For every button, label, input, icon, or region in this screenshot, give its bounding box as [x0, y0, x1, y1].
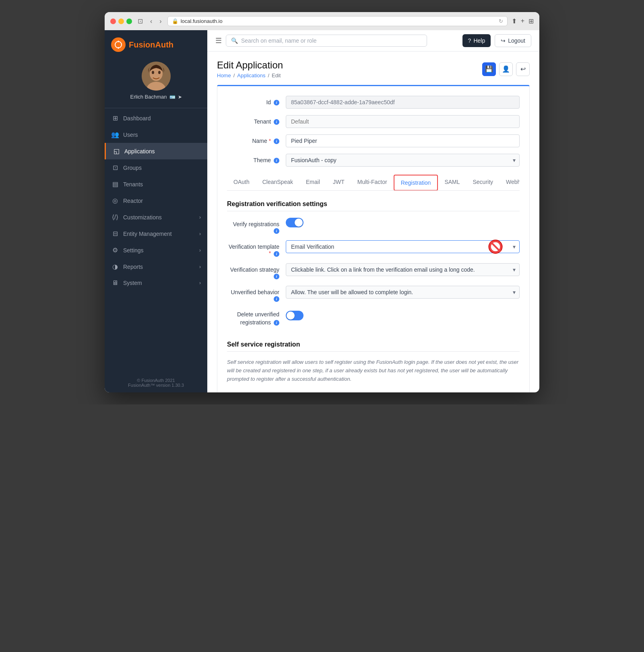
name-info-icon[interactable]: i — [274, 138, 279, 144]
chevron-right-icon: › — [199, 280, 201, 286]
customizations-icon: ⟨/⟩ — [111, 213, 119, 221]
verification-strategy-label: Verification strategy i — [227, 263, 279, 279]
minimize-button[interactable] — [118, 19, 124, 24]
menu-icon[interactable]: ☰ — [215, 36, 222, 45]
verification-template-select[interactable]: Email Verification Custom Template — [286, 240, 520, 253]
sidebar-item-label: Users — [123, 132, 138, 138]
sidebar-item-customizations[interactable]: ⟨/⟩ Customizations › — [105, 209, 207, 225]
theme-field-row: Theme i FusionAuth - copy Default Custom… — [227, 154, 520, 167]
name-input[interactable] — [286, 134, 520, 147]
breadcrumb-sep-2: / — [268, 72, 269, 78]
toggle-knob — [295, 219, 303, 227]
verify-toggle-switch[interactable] — [286, 218, 303, 227]
verify-info-icon[interactable]: i — [274, 228, 279, 234]
verification-strategy-row: Verification strategy i Clickable link. … — [227, 263, 520, 279]
delete-toggle-knob — [287, 312, 295, 320]
id-label: Id i — [227, 96, 279, 105]
user-name: Erlich Bachman 🪪 ➤ — [130, 94, 182, 100]
sidebar-item-tenants[interactable]: ▤ Tenants — [105, 176, 207, 192]
tenant-input[interactable] — [286, 115, 520, 128]
user-button[interactable]: 👤 — [499, 62, 513, 76]
tab-webhooks[interactable]: Webhooks — [500, 175, 520, 190]
sidebar-item-entity-management[interactable]: ⊟ Entity Management › — [105, 225, 207, 242]
new-tab-icon[interactable]: + — [521, 17, 524, 25]
theme-select[interactable]: FusionAuth - copy Default Custom — [286, 154, 520, 167]
tab-cleanspeak[interactable]: CleanSpeak — [256, 175, 299, 190]
tenant-info-icon[interactable]: i — [274, 119, 279, 125]
sidebar-item-reactor[interactable]: ◎ Reactor — [105, 192, 207, 209]
save-button[interactable]: 💾 — [482, 62, 496, 76]
theme-info-icon[interactable]: i — [274, 158, 279, 163]
unverified-behavior-info-icon[interactable]: i — [274, 296, 279, 302]
logo: FusionAuth — [105, 30, 207, 57]
sidebar-item-groups[interactable]: ⊡ Groups — [105, 159, 207, 176]
tab-oauth[interactable]: OAuth — [227, 175, 256, 190]
address-bar[interactable]: 🔒 local.fusionauth.io ↻ — [167, 16, 508, 26]
back-icon[interactable]: ‹ — [149, 17, 154, 26]
dashboard-icon: ⊞ — [111, 114, 119, 122]
id-card-icon: 🪪 — [169, 94, 175, 100]
sidebar-item-label: Reports — [123, 264, 143, 270]
back-action-button[interactable]: ↩ — [516, 62, 530, 76]
sidebar-toggle-icon[interactable]: ⊡ — [136, 17, 144, 26]
sidebar-item-dashboard[interactable]: ⊞ Dashboard — [105, 110, 207, 126]
breadcrumb-home[interactable]: Home — [217, 72, 231, 78]
delete-unverified-info-icon[interactable]: i — [274, 320, 279, 326]
id-input[interactable] — [286, 96, 520, 109]
verification-strategy-select[interactable]: Clickable link. Click on a link from the… — [286, 263, 520, 276]
verification-template-row: Verification template * i Email Verifica… — [227, 240, 520, 256]
tab-jwt[interactable]: JWT — [326, 175, 351, 190]
verification-strategy-info-icon[interactable]: i — [274, 274, 279, 279]
verify-row: Verify registrations i — [227, 218, 520, 234]
sidebar-item-label: Tenants — [123, 181, 143, 188]
sidebar-item-applications[interactable]: ◱ Applications — [105, 143, 207, 159]
settings-icon: ⚙ — [111, 246, 119, 254]
chevron-right-icon: › — [199, 248, 201, 253]
unverified-behavior-label: Unverified behavior i — [227, 286, 279, 302]
logout-button[interactable]: ↪ Logout — [495, 34, 531, 47]
chevron-right-icon: › — [199, 231, 201, 237]
id-info-icon[interactable]: i — [274, 100, 279, 105]
delete-unverified-toggle-switch[interactable] — [286, 311, 303, 320]
verify-toggle[interactable] — [286, 218, 303, 229]
chevron-right-icon: › — [199, 215, 201, 220]
tab-multi-factor[interactable]: Multi-Factor — [351, 175, 394, 190]
sidebar-item-system[interactable]: 🖥 System › — [105, 275, 207, 291]
tab-security[interactable]: Security — [466, 175, 500, 190]
verification-template-info-icon[interactable]: i — [274, 251, 279, 257]
breadcrumb-applications[interactable]: Applications — [237, 72, 265, 78]
help-button[interactable]: ? Help — [462, 34, 491, 47]
sidebar-item-reports[interactable]: ◑ Reports › — [105, 258, 207, 275]
applications-icon: ◱ — [112, 147, 120, 155]
groups-icon: ⊡ — [111, 164, 119, 171]
delete-unverified-toggle[interactable] — [286, 308, 303, 322]
delete-unverified-label: Delete unverified registrations i — [227, 308, 279, 326]
forward-icon[interactable]: › — [158, 17, 163, 26]
self-service-section: Self service registration Self service r… — [227, 341, 520, 383]
tenant-field-row: Tenant i — [227, 115, 520, 128]
share-icon[interactable]: ⬆ — [512, 17, 517, 25]
svg-point-1 — [117, 43, 120, 46]
maximize-button[interactable] — [126, 19, 132, 24]
reactor-icon: ◎ — [111, 197, 119, 204]
tab-registration[interactable]: Registration — [394, 175, 438, 190]
form-card: Id i Tenant i — [217, 85, 530, 392]
theme-select-wrapper: FusionAuth - copy Default Custom ▾ — [286, 154, 520, 167]
unverified-behavior-select[interactable]: Allow. The user will be allowed to compl… — [286, 286, 520, 299]
reload-icon[interactable]: ↻ — [499, 18, 503, 24]
help-icon: ? — [468, 37, 471, 44]
logout-icon: ↪ — [501, 37, 506, 44]
sidebar-item-users[interactable]: 👥 Users — [105, 126, 207, 143]
address-text: local.fusionauth.io — [181, 18, 223, 24]
tab-saml[interactable]: SAML — [438, 175, 466, 190]
reports-icon: ◑ — [111, 263, 119, 270]
close-button[interactable] — [110, 19, 116, 24]
page-title-area: Edit Application Home / Applications / E… — [217, 60, 283, 78]
sidebar-item-label: Dashboard — [123, 115, 151, 122]
sidebar-item-settings[interactable]: ⚙ Settings › — [105, 242, 207, 258]
grid-icon[interactable]: ⊞ — [528, 17, 534, 25]
search-box[interactable]: 🔍 Search on email, name or role — [226, 35, 427, 47]
sidebar-footer: © FusionAuth 2021 FusionAuth™ version 1.… — [105, 373, 207, 392]
name-label: Name * i — [227, 134, 279, 144]
tab-email[interactable]: Email — [299, 175, 326, 190]
